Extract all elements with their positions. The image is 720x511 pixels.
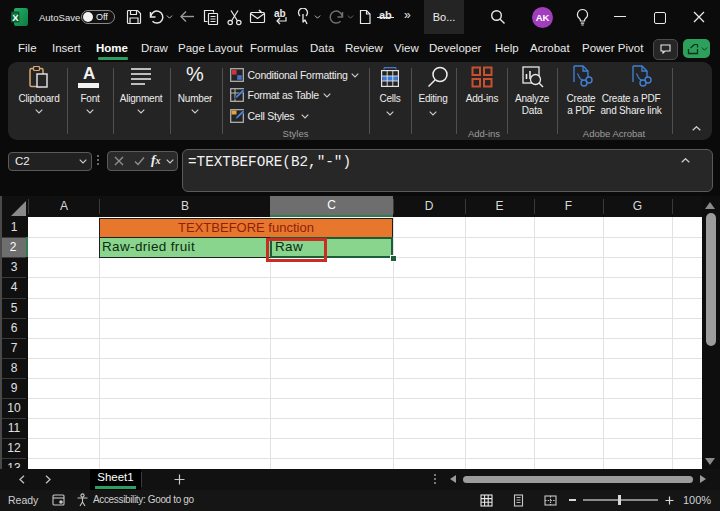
svg-text:X: X [12,12,19,23]
